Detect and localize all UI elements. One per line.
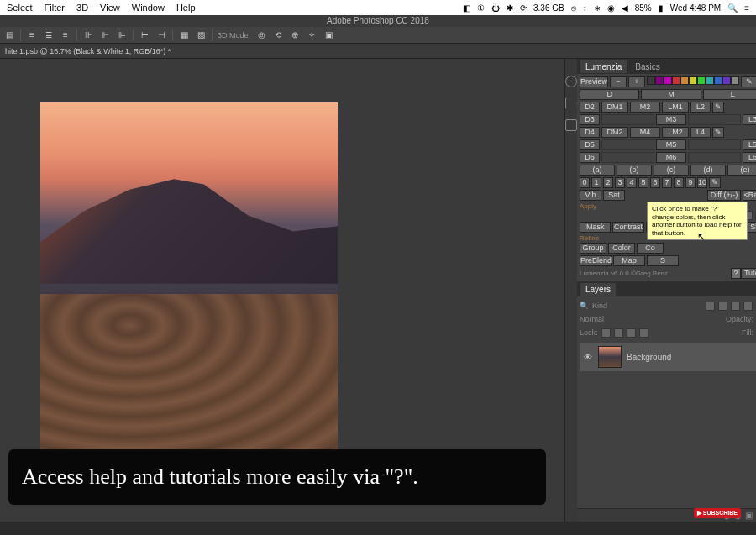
color-swatch[interactable] (706, 76, 714, 85)
play-icon[interactable] (565, 97, 577, 109)
3d-icon[interactable]: ⟲ (272, 29, 284, 41)
align-icon[interactable]: ≣ (43, 29, 55, 41)
preview-button[interactable]: Preview (580, 76, 608, 87)
preblend-button[interactable]: PreBlend (580, 255, 612, 266)
luminosity-button[interactable]: L6 (743, 152, 756, 163)
refine-co-button[interactable]: Co (637, 243, 664, 254)
luminosity-button[interactable]: M4 (630, 127, 660, 138)
menu-select[interactable]: Select (7, 3, 33, 13)
m-button[interactable]: M (641, 89, 701, 100)
edit-icon[interactable]: ✎ (709, 177, 721, 188)
luminosity-button[interactable]: M6 (656, 152, 686, 163)
zone-button[interactable]: (c) (654, 165, 689, 176)
menu-help[interactable]: Help (176, 3, 196, 13)
menu-view[interactable]: View (100, 3, 120, 13)
zone-number-button[interactable]: 9 (685, 177, 696, 188)
filter-pixel-icon[interactable] (706, 302, 715, 311)
document-canvas[interactable] (40, 102, 338, 451)
search-icon[interactable]: 🔍 (727, 3, 738, 13)
filter-adj-icon[interactable] (718, 302, 727, 311)
zone-number-button[interactable]: 6 (650, 177, 660, 188)
color-swatch[interactable] (722, 76, 731, 85)
range-button[interactable]: <Range> (743, 190, 756, 201)
l-button[interactable]: L (703, 89, 756, 100)
kind-filter[interactable]: Kind (592, 302, 607, 310)
luminosity-button[interactable] (601, 152, 654, 163)
filter-icon[interactable]: 🔍 (580, 302, 589, 310)
vib-button[interactable]: Vib (580, 190, 601, 201)
3d-icon[interactable]: ◎ (255, 29, 267, 41)
zone-button[interactable]: (a) (580, 165, 615, 176)
subscribe-button[interactable]: ▶ SUBSCRIBE (694, 508, 741, 518)
map-button[interactable]: Map (613, 255, 645, 266)
blend-mode-select[interactable]: Normal (580, 315, 604, 323)
menu-filter[interactable]: Filter (45, 3, 65, 13)
help-button[interactable]: ? (731, 268, 741, 279)
menu-3d[interactable]: 3D (76, 3, 88, 13)
plus-button[interactable]: + (628, 76, 645, 87)
luminosity-button[interactable] (688, 139, 741, 150)
menu-icon[interactable]: ≡ (744, 3, 749, 13)
luminosity-button[interactable]: DM1 (601, 102, 628, 113)
zone-number-button[interactable]: 7 (662, 177, 672, 188)
luminosity-button[interactable]: D6 (580, 152, 600, 163)
luminosity-button[interactable] (601, 114, 654, 125)
zone-number-button[interactable]: 3 (615, 177, 625, 188)
zone-number-button[interactable]: 5 (638, 177, 648, 188)
color-swatch[interactable] (680, 76, 689, 85)
stack-icon[interactable]: ▨ (195, 29, 207, 41)
align-icon[interactable]: ▤ (3, 29, 15, 41)
properties-icon[interactable] (565, 76, 577, 87)
adjust-icon[interactable] (565, 119, 577, 131)
layer-name[interactable]: Background (627, 353, 671, 362)
color-swatch[interactable] (714, 76, 722, 85)
color-swatch[interactable] (672, 76, 680, 85)
luminosity-button[interactable]: L2 (690, 102, 711, 113)
zone-number-button[interactable]: 2 (603, 177, 613, 188)
apply-contrast-button[interactable]: Contrast (612, 222, 643, 233)
filter-shape-icon[interactable] (743, 302, 753, 311)
color-swatch[interactable] (689, 76, 697, 85)
lock-position-icon[interactable] (614, 328, 623, 338)
lock-pixels-icon[interactable] (601, 328, 611, 338)
edit-icon[interactable]: ✎ (712, 102, 724, 113)
luminosity-button[interactable]: D3 (580, 114, 600, 125)
luminosity-button[interactable]: LM2 (662, 127, 689, 138)
sat-button[interactable]: Sat (603, 190, 625, 201)
3d-icon[interactable]: ▣ (323, 29, 334, 41)
stack-icon[interactable]: ▦ (178, 29, 190, 41)
3d-icon[interactable]: ✧ (306, 29, 318, 41)
color-swatch[interactable] (655, 76, 664, 85)
menu-window[interactable]: Window (132, 3, 165, 13)
luminosity-button[interactable] (688, 114, 741, 125)
luminosity-button[interactable]: DM2 (601, 127, 628, 138)
layer-thumbnail[interactable] (598, 346, 622, 368)
zone-number-button[interactable]: 0 (580, 177, 590, 188)
align-icon[interactable]: ≡ (60, 29, 71, 41)
zone-number-button[interactable]: 1 (591, 177, 601, 188)
luminosity-button[interactable]: M3 (656, 114, 686, 125)
distribute-icon[interactable]: ⊫ (116, 29, 128, 41)
apply-mask-button[interactable]: Mask (580, 222, 611, 233)
luminosity-button[interactable]: M5 (656, 139, 686, 150)
distribute-icon[interactable]: ⊢ (139, 29, 150, 41)
luminosity-button[interactable]: LM1 (662, 102, 689, 113)
luminosity-button[interactable]: D5 (580, 139, 600, 150)
luminosity-button[interactable] (601, 139, 654, 150)
luminosity-button[interactable]: D2 (580, 102, 600, 113)
distribute-icon[interactable]: ⊩ (99, 29, 111, 41)
zone-number-button[interactable]: 10 (697, 177, 707, 188)
distribute-icon[interactable]: ⊪ (82, 29, 94, 41)
s-button[interactable]: S (647, 255, 679, 266)
color-swatch[interactable] (697, 76, 706, 85)
visibility-icon[interactable]: 👁 (583, 353, 593, 362)
diff-button[interactable]: Diff (+/-) (707, 190, 741, 201)
tab-lumenzia[interactable]: Lumenzia (580, 60, 627, 73)
zone-button[interactable]: (e) (727, 165, 756, 176)
filter-type-icon[interactable] (731, 302, 740, 311)
refine-color-button[interactable]: Color (608, 243, 635, 254)
zone-button[interactable]: (b) (617, 165, 652, 176)
lock-artboard-icon[interactable] (627, 328, 636, 338)
tab-basics[interactable]: Basics (630, 60, 664, 73)
3d-icon[interactable]: ⊕ (289, 29, 301, 41)
